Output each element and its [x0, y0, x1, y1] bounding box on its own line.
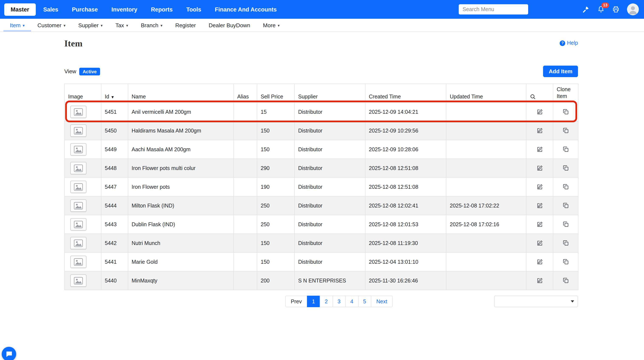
item-alias [234, 159, 257, 178]
pagination-next-button[interactable]: Next [371, 296, 393, 308]
sort-desc-icon: ▼ [111, 95, 114, 100]
item-image-placeholder-icon[interactable] [70, 106, 86, 118]
nav-inventory[interactable]: Inventory [112, 6, 137, 12]
item-image-placeholder-icon[interactable] [70, 274, 86, 287]
edit-icon[interactable] [536, 184, 543, 190]
header-sell-price[interactable]: Sell Price [257, 84, 294, 103]
subnav-item-supplier[interactable]: Supplier ▾ [72, 19, 109, 32]
subnav-item-more[interactable]: More ▾ [256, 19, 286, 32]
help-link[interactable]: ? Help [560, 40, 578, 46]
item-image-placeholder-icon[interactable] [70, 143, 86, 156]
add-item-button[interactable]: Add Item [543, 66, 578, 77]
edit-icon[interactable] [536, 259, 543, 265]
pagination-page-1[interactable]: 1 [307, 296, 320, 308]
edit-icon[interactable] [536, 146, 543, 153]
search-menu-input[interactable] [459, 4, 528, 14]
item-clone-cell [553, 159, 578, 178]
item-updated-time [446, 159, 526, 178]
nav-finance-and-accounts[interactable]: Finance And Accounts [215, 6, 277, 12]
item-image-placeholder-icon[interactable] [70, 256, 86, 268]
table-row: 5443 Dublin Flask (IND) 250 Distributor … [64, 215, 578, 234]
nav-sales[interactable]: Sales [43, 6, 58, 12]
item-alias [234, 234, 257, 253]
nav-tools[interactable]: Tools [186, 6, 201, 12]
nav-purchase[interactable]: Purchase [72, 6, 98, 12]
edit-icon[interactable] [536, 240, 543, 246]
item-image-placeholder-icon[interactable] [70, 162, 86, 174]
clone-icon[interactable] [562, 202, 569, 209]
item-name: Milton Flask (IND) [128, 196, 234, 215]
subnav-item-register[interactable]: Register [169, 19, 202, 32]
notifications-bell-icon[interactable]: 13 [597, 6, 605, 13]
clone-icon[interactable] [562, 278, 569, 284]
item-supplier: Distributor [294, 140, 365, 159]
subnav-item-label: Branch [141, 22, 158, 28]
clone-icon[interactable] [562, 259, 569, 265]
subnav-item-item[interactable]: Item ▾ [4, 19, 31, 32]
item-updated-time [446, 178, 526, 196]
edit-icon[interactable] [536, 278, 543, 284]
header-supplier[interactable]: Supplier [294, 84, 365, 103]
view-active-badge[interactable]: Active [79, 68, 100, 75]
item-sell-price: 190 [257, 178, 294, 196]
item-created-time: 2025-12-08 12:01:53 [365, 215, 446, 234]
page-size-select[interactable] [494, 296, 578, 308]
header-alias[interactable]: Alias [234, 84, 257, 103]
item-image-placeholder-icon[interactable] [70, 200, 86, 212]
edit-icon[interactable] [536, 128, 543, 134]
nav-reports[interactable]: Reports [151, 6, 173, 12]
pagination-page-2[interactable]: 2 [320, 296, 333, 308]
item-image-cell [64, 140, 101, 159]
search-icon[interactable] [530, 94, 536, 100]
item-image-cell [64, 103, 101, 122]
table-row: 5448 Iron Flower pots multi colur 290 Di… [64, 159, 578, 178]
edit-icon[interactable] [536, 202, 543, 209]
item-table: Image Id ▼ Name Alias Sell Price Supplie… [64, 84, 578, 290]
pagination-page-3[interactable]: 3 [332, 296, 346, 308]
pagination-page-4[interactable]: 4 [345, 296, 358, 308]
chevron-down-icon: ▾ [23, 22, 25, 28]
clone-icon[interactable] [562, 240, 569, 246]
header-created-time[interactable]: Created Time [365, 84, 446, 103]
clone-icon[interactable] [562, 146, 569, 153]
clone-icon[interactable] [562, 165, 569, 172]
user-avatar[interactable] [627, 4, 639, 15]
item-id: 5443 [101, 215, 128, 234]
pagination-prev-button[interactable]: Prev [285, 296, 307, 308]
subnav-item-branch[interactable]: Branch ▾ [134, 19, 169, 32]
clone-icon[interactable] [562, 184, 569, 190]
item-image-placeholder-icon[interactable] [70, 237, 86, 250]
pagination-page-5[interactable]: 5 [358, 296, 371, 308]
header-id[interactable]: Id ▼ [101, 84, 128, 103]
edit-icon[interactable] [536, 109, 543, 115]
header-updated-time[interactable]: Updated Time [446, 84, 526, 103]
clone-icon[interactable] [562, 128, 569, 134]
page-size-select-wrap [494, 296, 578, 308]
header-clone-item: Clone Item [553, 84, 578, 103]
edit-icon[interactable] [536, 221, 543, 228]
item-supplier: S N ENTERPRISES [294, 272, 365, 290]
printer-icon[interactable] [612, 6, 620, 13]
item-id: 5441 [101, 253, 128, 272]
subnav-item-label: More [263, 22, 276, 28]
clone-icon[interactable] [562, 221, 569, 228]
table-row: 5450 Haldirams Masala AM 200gm 150 Distr… [64, 122, 578, 140]
subnav-item-customer[interactable]: Customer ▾ [31, 19, 72, 32]
item-image-placeholder-icon[interactable] [70, 124, 86, 137]
item-image-placeholder-icon[interactable] [70, 181, 86, 193]
subnav-item-dealer-buydown[interactable]: Dealer BuyDown [202, 19, 256, 32]
clone-icon[interactable] [562, 109, 569, 115]
hammer-icon[interactable] [582, 5, 590, 14]
item-created-time: 2025-12-08 11:19:30 [365, 234, 446, 253]
item-image-cell [64, 215, 101, 234]
edit-icon[interactable] [536, 165, 543, 172]
header-name[interactable]: Name [128, 84, 234, 103]
subnav-item-tax[interactable]: Tax ▾ [109, 19, 134, 32]
item-image-placeholder-icon[interactable] [70, 218, 86, 231]
item-image-cell [64, 178, 101, 196]
item-id: 5444 [101, 196, 128, 215]
nav-master-tab[interactable]: Master [4, 3, 36, 16]
item-name: Iron Flower pots [128, 178, 234, 196]
chat-widget-button[interactable] [2, 347, 16, 360]
header-search[interactable] [526, 84, 553, 103]
